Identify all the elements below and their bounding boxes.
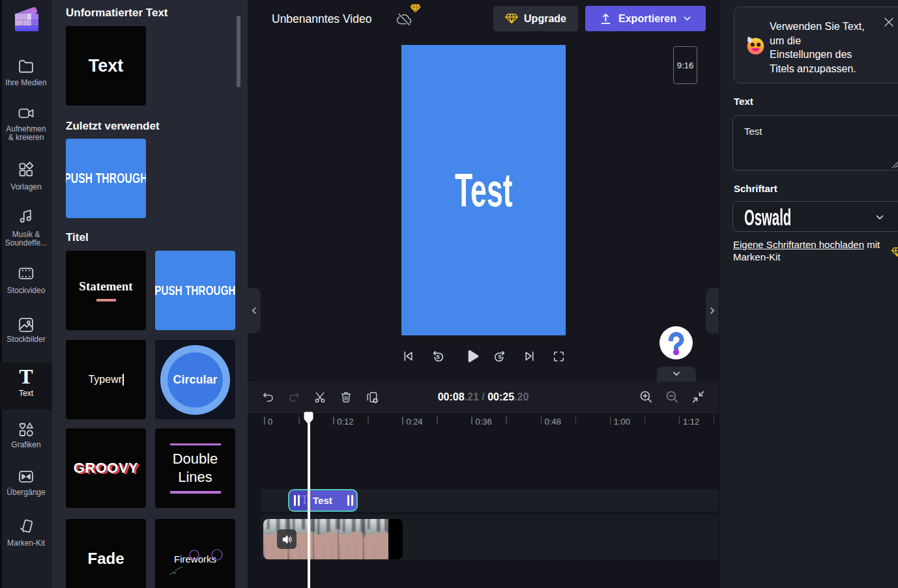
svg-text:5: 5 [499,353,502,360]
svg-text:5: 5 [437,353,441,360]
